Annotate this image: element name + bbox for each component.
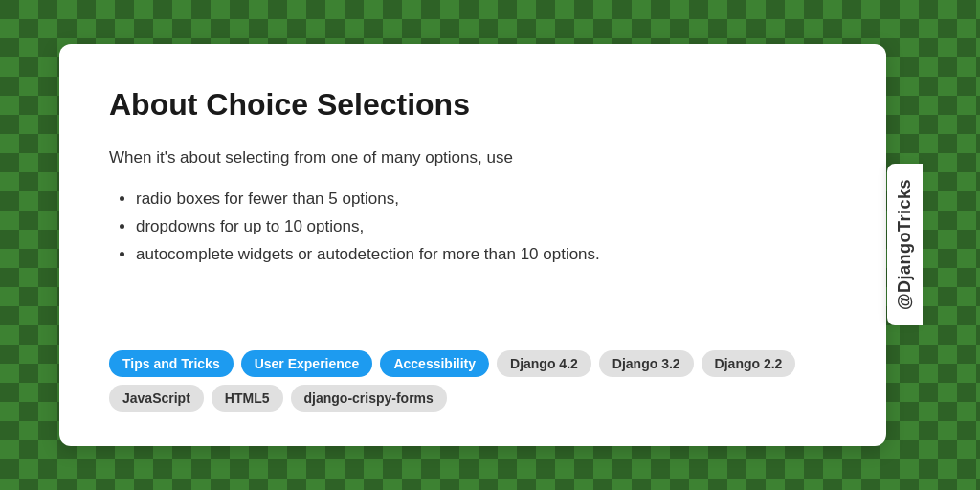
main-card: About Choice Selections When it's about … (59, 44, 886, 446)
tag-django-32[interactable]: Django 3.2 (599, 350, 694, 377)
tag-accessibility[interactable]: Accessibility (380, 350, 489, 377)
tag-user-experience[interactable]: User Experience (241, 350, 373, 377)
tag-django-22[interactable]: Django 2.2 (702, 350, 796, 377)
tag-django-crispy-forms[interactable]: django-crispy-forms (291, 385, 447, 412)
bullet-item-1: radio boxes for fewer than 5 options, (136, 186, 836, 213)
tags-section: Tips and TricksUser ExperienceAccessibil… (109, 350, 836, 412)
bullet-item-2: dropdowns for up to 10 options, (136, 213, 836, 241)
tag-django-42[interactable]: Django 4.2 (497, 350, 591, 377)
tag-html5[interactable]: HTML5 (212, 385, 283, 412)
tag-javascript[interactable]: JavaScript (109, 385, 204, 412)
body-section: When it's about selecting from one of ma… (109, 145, 836, 350)
sidebar: @DjangoTricks (886, 44, 921, 446)
tag-tips-and-tricks[interactable]: Tips and Tricks (109, 350, 234, 377)
content-area: About Choice Selections When it's about … (109, 86, 836, 412)
card-title: About Choice Selections (109, 86, 836, 122)
card-wrapper: About Choice Selections When it's about … (59, 44, 921, 446)
bullet-list: radio boxes for fewer than 5 options, dr… (109, 186, 836, 269)
intro-paragraph: When it's about selecting from one of ma… (109, 145, 836, 170)
sidebar-handle: @DjangoTricks (887, 164, 923, 325)
bullet-item-3: autocomplete widgets or autodetection fo… (136, 241, 836, 269)
